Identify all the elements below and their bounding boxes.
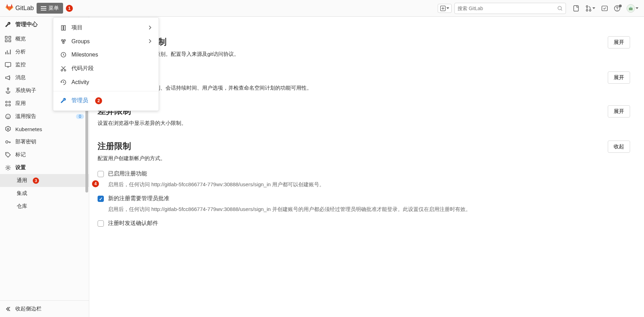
history-icon — [60, 79, 67, 85]
menu-button[interactable]: 菜单 — [37, 3, 63, 14]
sidebar-item-labels[interactable]: 标记 — [0, 148, 89, 161]
svg-rect-21 — [6, 101, 7, 103]
collapse-sidebar-button[interactable]: 收起侧边栏 — [0, 300, 89, 317]
create-new-button[interactable] — [438, 4, 452, 13]
brand-logo[interactable]: GitLab — [6, 3, 34, 13]
svg-point-14 — [64, 69, 66, 71]
main-menu-dropdown: 项目 Groups Milestones 代码片段 Activity 管理员 2 — [53, 17, 159, 111]
book-icon — [60, 25, 67, 31]
menu-label: 菜单 — [48, 5, 59, 12]
svg-rect-22 — [9, 101, 10, 103]
section-title-hidden — [98, 71, 599, 81]
top-navbar: GitLab 菜单 1 — [0, 0, 644, 17]
sidebar-item-label: 消息 — [15, 74, 26, 81]
section-desc: 限制、会话持续时间、用户选项，并检查命名空间计划的功能可用性。 — [150, 85, 599, 91]
todo-icon — [601, 5, 608, 12]
search-icon — [557, 6, 563, 11]
svg-rect-16 — [9, 36, 11, 38]
megaphone-icon — [5, 75, 11, 81]
svg-point-1 — [558, 6, 561, 10]
dd-item-milestones[interactable]: Milestones — [53, 48, 159, 61]
collapse-button[interactable]: 收起 — [608, 141, 630, 153]
sidebar-item-label: 分析 — [15, 48, 26, 55]
svg-point-9 — [61, 39, 63, 41]
merge-icon — [585, 5, 592, 12]
search-box[interactable] — [454, 3, 566, 14]
section-visibility: 控制 性级别。配置导入来源及git访问协议。 展开 — [98, 22, 630, 65]
dd-item-snippets[interactable]: 代码片段 — [53, 61, 159, 76]
checkbox-label: 已启用注册功能 — [108, 170, 147, 178]
checkbox-row-confirm-email: 注册时发送确认邮件 — [98, 220, 599, 227]
dd-item-activity[interactable]: Activity — [53, 76, 159, 89]
key-icon — [5, 139, 11, 145]
svg-rect-15 — [5, 36, 7, 38]
search-input[interactable] — [458, 6, 557, 11]
dd-label: Activity — [71, 79, 89, 85]
merge-requests-icon-button[interactable] — [585, 5, 595, 12]
sidebar-sub-label: 通用 — [17, 177, 27, 184]
sidebar-item-label: 设置 — [15, 164, 26, 171]
dd-item-groups[interactable]: Groups — [53, 35, 159, 48]
face-icon — [5, 113, 11, 120]
sidebar-item-label: 应用 — [15, 100, 26, 107]
checkbox-description: 启用后，任何访问 http://gitlab-5fcc866774-779wv:… — [108, 205, 599, 213]
dd-item-admin[interactable]: 管理员 2 — [53, 93, 159, 108]
sidebar-sub-general[interactable]: 通用 3 — [0, 174, 89, 187]
sidebar-item-kubernetes[interactable]: Kubernetes — [0, 123, 89, 135]
section-signup: 注册限制 配置用户创建新帐户的方式。 已启用注册功能 4 启用后，任何访问 ht… — [98, 134, 630, 237]
expand-button[interactable]: 展开 — [608, 105, 630, 118]
collapse-icon — [5, 306, 11, 312]
svg-point-11 — [63, 42, 64, 44]
sidebar-item-label: 系统钩子 — [15, 87, 36, 94]
svg-point-3 — [586, 6, 588, 7]
chevron-right-icon — [148, 38, 152, 45]
svg-point-13 — [61, 69, 63, 71]
abuse-count-badge: 0 — [76, 114, 84, 119]
expand-button[interactable]: 展开 — [608, 36, 630, 48]
section-diff-limit: 差异限制 设置在浏览器中显示差异的大小限制。 展开 — [98, 98, 630, 134]
sidebar-item-abuse[interactable]: 滥用报告 0 — [0, 110, 89, 123]
sidebar-item-settings[interactable]: 设置 — [0, 161, 89, 174]
sidebar-item-label: Kubernetes — [15, 126, 42, 132]
checkbox-confirm-email[interactable] — [98, 220, 104, 227]
sidebar-sub-integrations[interactable]: 集成 — [0, 187, 89, 200]
dd-label: Milestones — [71, 52, 98, 58]
dropdown-separator — [53, 91, 159, 91]
issues-icon-button[interactable] — [573, 5, 579, 12]
chevron-right-icon — [148, 25, 152, 31]
svg-rect-8 — [629, 8, 633, 10]
chevron-down-icon — [446, 7, 449, 9]
dd-label: Groups — [71, 38, 90, 45]
topbar-icons — [573, 4, 638, 13]
chart-icon — [5, 49, 11, 55]
kube-icon — [5, 126, 11, 132]
svg-rect-2 — [574, 6, 578, 11]
settings-content: 控制 性级别。配置导入来源及git访问协议。 展开 限制、会话持续时间、用户选项… — [89, 17, 644, 317]
svg-point-20 — [7, 88, 9, 90]
checkbox-row-signup-enabled: 已启用注册功能 — [98, 170, 599, 178]
checkbox-signup-enabled[interactable] — [98, 171, 104, 177]
badge-3: 3 — [33, 178, 39, 184]
dd-item-projects[interactable]: 项目 — [53, 21, 159, 35]
expand-button[interactable]: 展开 — [608, 71, 630, 84]
overview-icon — [5, 36, 11, 42]
collapse-label: 收起侧边栏 — [15, 305, 41, 312]
help-icon-button[interactable] — [614, 5, 620, 12]
clock-icon — [60, 52, 67, 58]
signup-form: 已启用注册功能 4 启用后，任何访问 http://gitlab-5fcc866… — [98, 170, 599, 227]
gitlab-icon — [6, 3, 13, 13]
tag-icon — [5, 152, 11, 158]
checkbox-admin-approve[interactable] — [98, 196, 104, 202]
section-desc: 配置用户创建新帐户的方式。 — [98, 155, 599, 162]
badge-4: 4 — [92, 180, 99, 187]
sidebar-sub-repos[interactable]: 仓库 — [0, 200, 89, 213]
sidebar-sub-label: 集成 — [17, 190, 27, 197]
wrench-icon — [5, 22, 11, 28]
sidebar-item-deploy-keys[interactable]: 部署密钥 — [0, 135, 89, 148]
todos-icon-button[interactable] — [601, 5, 608, 12]
section-desc: 设置在浏览器中显示差异的大小限制。 — [98, 120, 599, 127]
user-menu-button[interactable] — [627, 4, 638, 13]
sidebar-sub-label: 仓库 — [17, 203, 27, 210]
svg-rect-17 — [5, 40, 7, 42]
dd-label: 代码片段 — [71, 65, 94, 72]
